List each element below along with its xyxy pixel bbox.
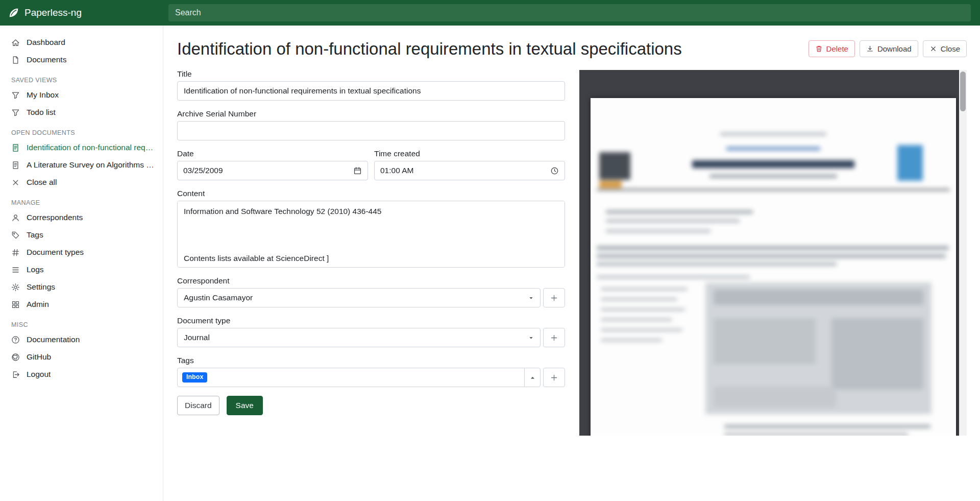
asn-label: Archive Serial Number [177, 109, 565, 118]
content-textarea[interactable]: Information and Software Technology 52 (… [177, 201, 565, 268]
sidebar-heading-saved-views: SAVED VIEWS [0, 68, 163, 86]
sidebar-item-label: A Literature Survey on Algorithms for Mu… [27, 160, 156, 170]
save-button[interactable]: Save [227, 396, 263, 415]
caret-up-icon [529, 374, 536, 381]
top-navbar: Paperless-ng [0, 0, 980, 26]
sidebar-item-correspondents[interactable]: Correspondents [0, 209, 163, 226]
sidebar-item-label: Documents [27, 55, 66, 64]
sidebar-item-label: Documentation [27, 335, 80, 344]
sidebar-item-label: Correspondents [27, 213, 83, 222]
app-brand[interactable]: Paperless-ng [0, 7, 163, 18]
close-button-label: Close [941, 44, 960, 53]
close-button[interactable]: Close [923, 40, 967, 57]
pdf-content-blob [601, 288, 688, 290]
download-button-label: Download [877, 44, 912, 53]
pdf-content-blob [714, 290, 923, 305]
delete-button[interactable]: Delete [808, 40, 855, 57]
plus-icon [550, 373, 558, 382]
sidebar-item-label: Document types [27, 248, 84, 257]
sidebar-item-label: Logout [27, 370, 51, 379]
sidebar-heading-misc: MISC [0, 313, 163, 331]
grid-icon [11, 300, 20, 309]
discard-button[interactable]: Discard [177, 396, 219, 415]
question-circle-icon [11, 336, 20, 344]
asn-input[interactable] [177, 121, 565, 140]
sidebar-item-label: My Inbox [27, 90, 59, 100]
paperless-logo-icon [8, 7, 19, 18]
title-input[interactable] [177, 81, 565, 101]
sidebar-item-my-inbox[interactable]: My Inbox [0, 86, 163, 104]
sidebar-item-label: Close all [27, 178, 57, 187]
download-button[interactable]: Download [860, 40, 918, 57]
add-tag-button[interactable] [543, 368, 565, 387]
time-created-input[interactable]: 01:00 AM [374, 161, 565, 180]
pdf-content-blob [601, 308, 685, 311]
pdf-content-blob [599, 181, 622, 188]
clock-icon[interactable] [550, 166, 559, 175]
sidebar-item-documentation[interactable]: Documentation [0, 331, 163, 348]
sidebar-item-documents[interactable]: Documents [0, 51, 163, 68]
pdf-content-blob [599, 152, 630, 180]
pdf-content-blob [597, 254, 946, 258]
sidebar-item-label: GitHub [27, 352, 51, 362]
tag-icon [11, 231, 20, 240]
title-label: Title [177, 69, 565, 79]
sidebar-item-document-types[interactable]: Document types [0, 244, 163, 261]
calendar-icon[interactable] [353, 166, 362, 175]
preview-scrollbar-thumb[interactable] [960, 71, 966, 111]
sidebar: Dashboard Documents SAVED VIEWS My Inbox… [0, 26, 163, 501]
time-created-label: Time created [374, 149, 565, 158]
sidebar-open-document-1[interactable]: Identification of non-functional require… [0, 139, 163, 156]
document-edit-form: Title Archive Serial Number Date 03/25/2… [177, 64, 565, 436]
github-icon [11, 353, 20, 362]
pdf-content-blob [606, 220, 740, 222]
tag-badge-inbox[interactable]: Inbox [182, 372, 207, 383]
tags-dropdown-button[interactable] [524, 368, 541, 387]
sidebar-item-tags[interactable]: Tags [0, 226, 163, 244]
pdf-page [591, 98, 956, 436]
sidebar-item-settings[interactable]: Settings [0, 278, 163, 296]
house-icon [11, 38, 20, 47]
document-type-select[interactable]: Journal [177, 328, 541, 347]
search-input[interactable] [168, 4, 971, 21]
sidebar-item-logout[interactable]: Logout [0, 366, 163, 383]
pdf-content-blob [606, 210, 753, 213]
hash-icon [11, 248, 20, 257]
file-text-icon [11, 161, 20, 170]
pdf-content-blob [714, 318, 816, 364]
correspondent-select[interactable]: Agustin Casamayor [177, 288, 541, 307]
download-icon [866, 45, 874, 53]
sidebar-item-dashboard[interactable]: Dashboard [0, 34, 163, 51]
document-preview[interactable] [579, 70, 967, 436]
sidebar-item-logs[interactable]: Logs [0, 261, 163, 278]
list-icon [11, 266, 20, 274]
logout-icon [11, 370, 20, 379]
add-correspondent-button[interactable] [543, 288, 565, 307]
pdf-content-blob [724, 425, 930, 428]
sidebar-item-close-all[interactable]: Close all [0, 174, 163, 191]
date-input[interactable]: 03/25/2009 [177, 161, 368, 180]
tags-input[interactable]: Inbox [177, 368, 525, 387]
tags-label: Tags [177, 356, 565, 365]
funnel-icon [11, 91, 20, 100]
pdf-content-blob [597, 189, 950, 190]
pdf-content-blob [831, 318, 923, 390]
pdf-content-blob [597, 263, 837, 266]
file-icon [11, 56, 20, 64]
pdf-content-blob [726, 147, 820, 150]
sidebar-item-admin[interactable]: Admin [0, 296, 163, 313]
preview-scrollbar[interactable] [959, 70, 967, 436]
sidebar-open-document-2[interactable]: A Literature Survey on Algorithms for Mu… [0, 156, 163, 174]
add-document-type-button[interactable] [543, 328, 565, 347]
close-icon [11, 178, 20, 187]
pdf-content-blob [601, 298, 677, 300]
sidebar-item-github[interactable]: GitHub [0, 348, 163, 366]
pdf-content-blob [597, 246, 949, 250]
sidebar-item-todo-list[interactable]: Todo list [0, 104, 163, 121]
sidebar-heading-manage: MANAGE [0, 191, 163, 209]
pdf-content-blob [601, 329, 682, 331]
pdf-content-blob [720, 133, 826, 135]
document-type-label: Document type [177, 316, 565, 325]
chevron-down-icon [528, 295, 534, 301]
sidebar-item-label: Logs [27, 265, 44, 274]
